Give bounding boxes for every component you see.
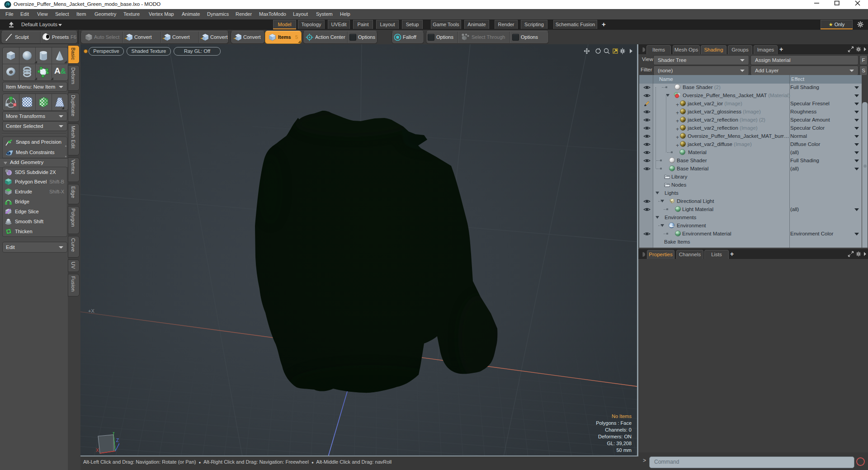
svg-text:X: X xyxy=(96,448,99,453)
svg-text:Z: Z xyxy=(116,438,119,443)
svg-text:Y: Y xyxy=(112,432,115,436)
